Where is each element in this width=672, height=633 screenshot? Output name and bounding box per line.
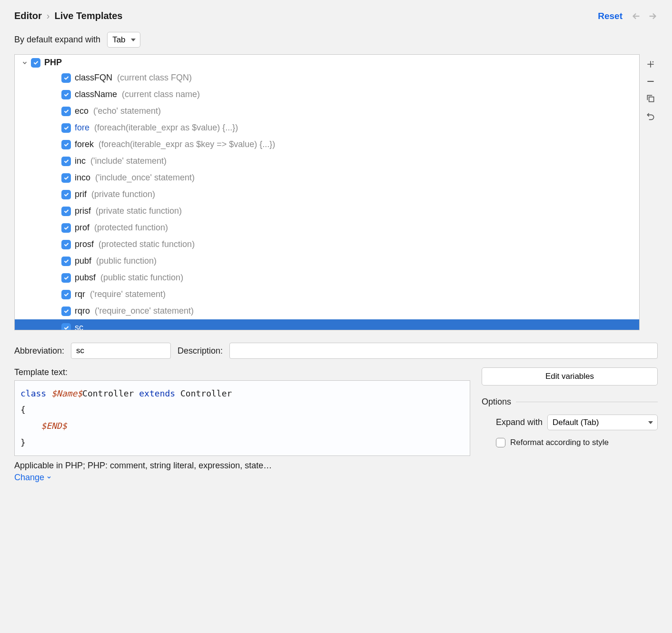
tree-item[interactable]: prosf(protected static function) (15, 236, 639, 253)
tree-item[interactable]: rqro('require_once' statement) (15, 303, 639, 319)
template-text-label: Template text: (14, 367, 470, 377)
desc-input[interactable] (229, 343, 658, 359)
template-abbrev: fore (75, 121, 89, 134)
reformat-label: Reformat according to style (510, 438, 609, 447)
template-checkbox[interactable] (61, 323, 71, 331)
template-desc: ('require' statement) (90, 288, 166, 301)
duplicate-icon[interactable] (645, 93, 656, 104)
tree-item[interactable]: classFQN(current class FQN) (15, 69, 639, 86)
tree-item[interactable]: pubsf(public static function) (15, 269, 639, 286)
template-checkbox[interactable] (61, 207, 71, 216)
template-desc: ('require_once' statement) (95, 305, 194, 317)
side-toolbar (643, 54, 658, 121)
expand-default-row: By default expand with Tab (14, 32, 658, 48)
template-desc: (public function) (96, 255, 157, 267)
add-icon[interactable] (645, 59, 656, 69)
template-desc: (public static function) (100, 271, 183, 284)
template-checkbox[interactable] (61, 273, 71, 283)
tree-item[interactable]: fore(foreach(iterable_expr as $value) {.… (15, 119, 639, 136)
tree-item[interactable]: className(current class name) (15, 86, 639, 103)
template-desc: (foreach(iterable_expr as $value) {...}) (94, 121, 238, 134)
abbrev-label: Abbreviation: (14, 346, 64, 356)
breadcrumb-sep: › (47, 10, 50, 21)
reformat-checkbox[interactable] (496, 438, 505, 447)
template-abbrev: forek (75, 138, 94, 151)
template-checkbox[interactable] (61, 107, 71, 116)
header: Editor › Live Templates Reset (14, 10, 658, 21)
template-checkbox[interactable] (61, 307, 71, 316)
tree-item[interactable]: inc('include' statement) (15, 153, 639, 169)
svg-point-0 (652, 61, 654, 63)
reset-button[interactable]: Reset (598, 11, 623, 21)
tree-item[interactable]: prisf(private static function) (15, 203, 639, 219)
tree-item[interactable]: inco('include_once' statement) (15, 169, 639, 186)
breadcrumb-parent[interactable]: Editor (14, 10, 42, 21)
template-desc: (private function) (91, 188, 155, 201)
template-abbrev: classFQN (75, 71, 112, 84)
remove-icon[interactable] (645, 76, 656, 87)
template-desc: ('echo' statement) (93, 105, 161, 118)
tree-item[interactable]: eco('echo' statement) (15, 103, 639, 119)
change-context-link[interactable]: Change (14, 473, 52, 483)
expand-default-label: By default expand with (14, 35, 100, 45)
expand-default-select[interactable]: Tab (107, 32, 140, 48)
template-desc: ('include_once' statement) (95, 171, 195, 184)
template-checkbox[interactable] (61, 290, 71, 299)
template-checkbox[interactable] (61, 240, 71, 249)
chevron-down-icon[interactable] (21, 59, 28, 66)
options-label: Options (482, 397, 511, 407)
template-desc: (current class FQN) (117, 71, 192, 84)
revert-icon[interactable] (645, 110, 656, 121)
template-abbrev: pubsf (75, 271, 96, 284)
breadcrumb-current: Live Templates (54, 10, 122, 21)
template-abbrev: prisf (75, 205, 91, 218)
template-desc: (current class name) (122, 88, 200, 101)
template-desc: (private static function) (96, 205, 182, 218)
edit-variables-button[interactable]: Edit variables (482, 367, 658, 386)
template-text-editor[interactable]: class $Name$Controller extends Controlle… (14, 380, 470, 456)
tree-item[interactable]: forek(foreach(iterable_expr as $key => $… (15, 136, 639, 153)
template-checkbox[interactable] (61, 173, 71, 183)
template-desc: (protected function) (94, 221, 168, 234)
template-abbrev: rqr (75, 288, 85, 301)
nav-forward-icon[interactable] (647, 11, 658, 21)
template-desc: (foreach(iterable_expr as $key => $value… (99, 138, 275, 151)
template-checkbox[interactable] (61, 90, 71, 99)
template-checkbox[interactable] (61, 140, 71, 149)
template-abbrev: className (75, 88, 117, 101)
nav-back-icon[interactable] (631, 11, 642, 21)
template-abbrev: inco (75, 171, 90, 184)
template-abbrev: inc (75, 155, 86, 168)
tree-item[interactable]: rqr('require' statement) (15, 286, 639, 303)
template-abbrev: prosf (75, 238, 94, 251)
expand-with-select[interactable]: Default (Tab) (547, 415, 658, 430)
group-name: PHP (44, 58, 62, 68)
tree-item[interactable]: pubf(public function) (15, 253, 639, 269)
tree-item[interactable]: prif(private function) (15, 186, 639, 203)
applicable-text: Applicable in PHP; PHP: comment, string … (14, 461, 470, 471)
template-desc: ('include' statement) (90, 155, 167, 168)
template-abbrev: rqro (75, 305, 90, 317)
desc-label: Description: (178, 346, 223, 356)
tree-group-header[interactable]: PHP (15, 55, 639, 69)
templates-tree[interactable]: PHP classFQN(current class FQN)className… (14, 54, 640, 330)
tree-item[interactable]: sc (15, 319, 639, 330)
template-abbrev: sc (75, 321, 83, 330)
template-checkbox[interactable] (61, 157, 71, 166)
template-checkbox[interactable] (61, 123, 71, 133)
template-desc: (protected static function) (99, 238, 195, 251)
template-checkbox[interactable] (61, 190, 71, 199)
abbrev-input[interactable] (71, 343, 171, 359)
template-abbrev: prof (75, 221, 89, 234)
expand-with-label: Expand with (496, 417, 543, 427)
svg-rect-1 (649, 97, 654, 102)
template-checkbox[interactable] (61, 73, 71, 83)
group-checkbox[interactable] (31, 58, 40, 68)
tree-item[interactable]: prof(protected function) (15, 219, 639, 236)
template-form-row: Abbreviation: Description: (14, 343, 658, 359)
template-abbrev: pubf (75, 255, 91, 267)
template-checkbox[interactable] (61, 257, 71, 266)
options-divider (516, 402, 658, 402)
template-checkbox[interactable] (61, 223, 71, 233)
breadcrumb: Editor › Live Templates (14, 10, 122, 21)
